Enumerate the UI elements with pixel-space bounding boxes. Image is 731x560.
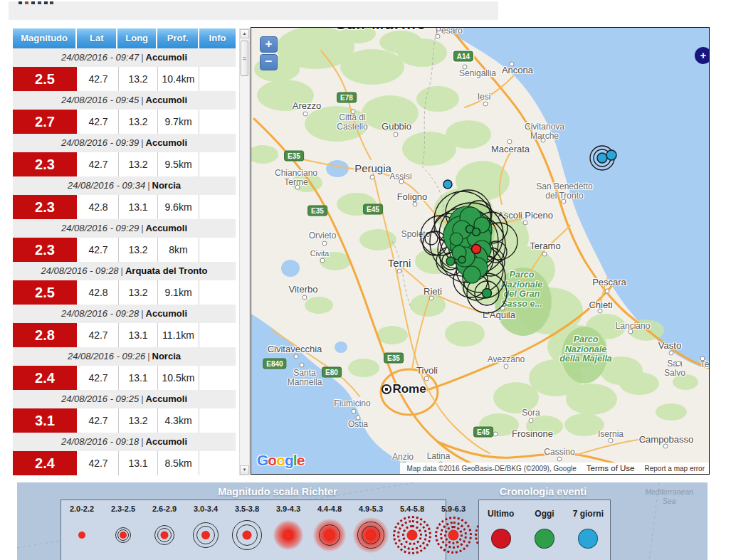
event-mag-cell: 3.1	[13, 408, 77, 433]
event-prof-cell: 9.5km	[157, 152, 199, 176]
event-mag-cell: 2.5	[13, 67, 77, 91]
chronology-item-symbol	[491, 529, 511, 549]
map-label: Frosinone	[512, 429, 553, 439]
map-label: Città di Castello	[337, 113, 367, 132]
map-label: Rieti	[424, 287, 442, 297]
event-data-row[interactable]: 3.142.713.24.3km	[13, 408, 236, 433]
town-marker-dot	[557, 457, 562, 462]
event-info-cell	[199, 238, 236, 262]
magnitude-class: 4.9-5.3	[350, 500, 391, 560]
column-header[interactable]: Prof.	[157, 28, 198, 48]
event-long-cell: 13.1	[118, 366, 157, 390]
column-header[interactable]: Magnitudo	[13, 28, 75, 48]
event-data-row[interactable]: 2.342.813.19.6km	[13, 195, 236, 219]
event-lat-cell: 42.8	[78, 280, 118, 305]
event-data-row[interactable]: 2.342.713.29.5km	[13, 152, 236, 176]
magnitude-class-label: 3.9-4.3	[276, 504, 300, 513]
chronology-item-label: 7 giorni	[573, 509, 604, 519]
chronology-item-symbol	[578, 529, 598, 549]
event-mag-cell: 2.5	[13, 280, 77, 305]
magnitude-class-label: 4.4-4.8	[317, 504, 342, 513]
map-label: Sora	[522, 408, 540, 418]
event-data-row[interactable]: 2.542.713.210.4km	[13, 67, 236, 91]
chronology-item-symbol	[535, 529, 554, 549]
map-label: Rome	[392, 383, 426, 396]
town-marker-dot	[322, 241, 327, 246]
event-data-row[interactable]: 2.342.713.28km	[13, 238, 236, 262]
town-marker-dot	[300, 363, 305, 368]
zoom-out-button[interactable]: −	[260, 54, 278, 70]
event-prof-cell: 9.6km	[157, 195, 199, 219]
table-scrollbar[interactable]: ▲ ▼	[239, 28, 250, 475]
map-label: Arezzo	[293, 101, 321, 111]
column-header[interactable]: Info	[199, 28, 236, 48]
event-info-cell	[199, 67, 236, 91]
panel-toggle-button[interactable]: +	[695, 47, 710, 64]
town-marker-dot	[399, 179, 404, 184]
magnitude-class: 5.4-5.8	[391, 500, 433, 560]
event-mag-cell: 2.4	[13, 366, 77, 390]
event-lat-cell: 42.7	[78, 323, 118, 347]
road-shield: E80	[322, 367, 342, 378]
map-label: Anzio	[392, 453, 414, 462]
road-shield: E45	[363, 204, 383, 215]
town-marker-dot	[700, 356, 705, 361]
event-data-row[interactable]: 2.842.713.111.1km	[13, 323, 236, 347]
event-mag-cell: 2.7	[13, 110, 77, 134]
event-data-row[interactable]: 2.442.713.110.5km	[13, 366, 236, 390]
event-date-row: 24/08/2016 - 09:28|Accumoli	[13, 305, 236, 323]
event-long-cell: 13.1	[118, 451, 157, 475]
town-marker-dot	[609, 438, 614, 443]
chronology-legend-panel: UltimoOggi7 giorni	[478, 500, 611, 560]
magnitude-class: 3.9-4.3	[268, 500, 309, 560]
event-prof-cell: 9.1km	[157, 280, 199, 305]
map-label: Terni	[388, 258, 411, 269]
magnitude-class-label: 3.5-3.8	[235, 504, 259, 513]
map-label: San Salvo	[658, 359, 692, 378]
town-marker-dot	[320, 258, 325, 263]
map-label: L'Aquila	[483, 310, 515, 320]
event-info-cell	[199, 195, 236, 219]
column-header[interactable]: Lat	[77, 28, 116, 48]
map-label: Orvieto	[309, 231, 337, 241]
column-header[interactable]: Long	[117, 28, 156, 48]
map-label: Ancona	[502, 65, 533, 75]
terms-of-use-link[interactable]: Terms of Use	[587, 464, 635, 472]
event-data-row[interactable]: 2.742.713.29.7km	[13, 110, 236, 134]
magnitude-class-symbol	[433, 514, 474, 556]
zoom-in-button[interactable]: +	[260, 36, 278, 53]
event-info-cell	[199, 366, 236, 390]
map-container[interactable]: San MarinoPesaroSenigalliaAnconaIesiCivi…	[251, 27, 710, 475]
town-marker-dot	[483, 102, 488, 107]
event-prof-cell: 11.1km	[157, 323, 199, 347]
magnitude-class-label: 4.9-5.3	[359, 504, 383, 513]
road-shield: E78	[337, 93, 357, 103]
magnitude-class-label: 2.0-2.2	[70, 504, 94, 513]
event-data-row[interactable]: 2.542.813.29.1km	[13, 280, 236, 305]
town-marker-dot	[504, 364, 509, 369]
town-marker-dot	[436, 34, 441, 39]
map-label: Lanciano	[616, 322, 651, 331]
magnitude-class-symbol	[391, 514, 433, 556]
magnitude-class-label: 5.4-5.8	[400, 504, 424, 513]
scroll-up-button[interactable]: ▲	[240, 29, 249, 38]
magnitude-class: 3.0-3.4	[185, 500, 226, 560]
earthquake-table-body: 24/08/2016 - 09:47|Accumoli2.542.713.210…	[13, 48, 236, 475]
top-toolbar	[9, 1, 498, 20]
chronology-item-label: Oggi	[535, 509, 554, 519]
town-marker-dot	[397, 269, 402, 274]
scroll-thumb[interactable]	[241, 41, 248, 76]
map-label: Civitavecchia	[268, 344, 322, 354]
chronology-item: Oggi	[522, 500, 566, 560]
road-shield: E35	[307, 206, 327, 216]
event-data-row[interactable]: 2.442.713.18.5km	[13, 451, 236, 475]
report-map-error-link[interactable]: Report a map error	[645, 465, 705, 472]
event-info-cell	[199, 280, 236, 305]
scroll-down-button[interactable]: ▼	[240, 465, 249, 475]
magnitude-class-symbol	[268, 514, 309, 556]
map-label: Vasto	[658, 341, 681, 351]
legend-strip: Magnitudo scala Richter Cronologia event…	[17, 482, 708, 560]
town-marker-dot	[370, 175, 375, 180]
google-logo[interactable]: Google	[257, 452, 304, 469]
event-info-cell	[199, 408, 236, 433]
